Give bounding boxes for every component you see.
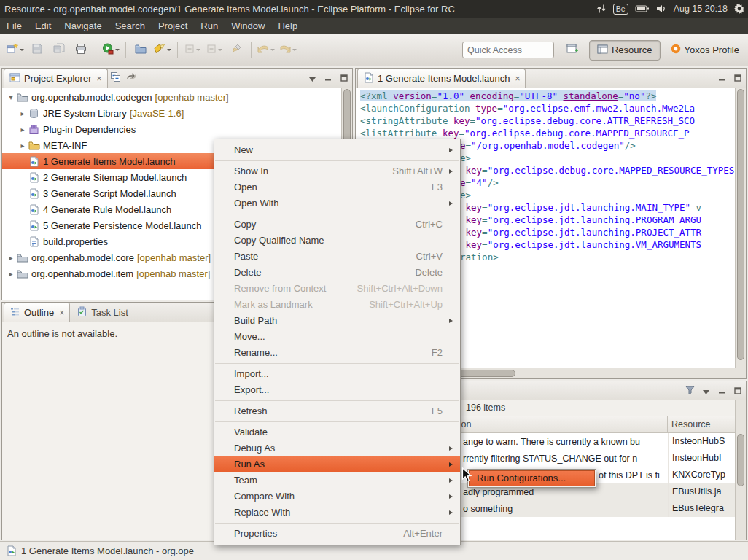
search-button[interactable] xyxy=(152,41,174,60)
menubar-item-edit[interactable]: Edit xyxy=(28,18,58,34)
save-button[interactable] xyxy=(26,41,48,60)
view-menu-button[interactable] xyxy=(305,71,319,85)
menu-item-refresh[interactable]: RefreshF5 xyxy=(214,403,460,419)
menu-item-debug-as[interactable]: Debug As xyxy=(214,440,460,456)
view-menu-icon xyxy=(703,386,709,397)
next-annotation-button[interactable] xyxy=(182,41,203,60)
quick-access-input[interactable] xyxy=(462,42,554,58)
link-with-editor-button[interactable] xyxy=(125,71,139,85)
battery-icon[interactable] xyxy=(635,4,650,13)
collapse-all-button[interactable] xyxy=(109,71,123,85)
save-all-button[interactable] xyxy=(48,41,70,60)
keyboard-layout-indicator[interactable]: Be xyxy=(613,4,628,15)
tree-item-decoration: [JavaSE-1.6] xyxy=(127,108,184,119)
markers-vertical-scrollbar[interactable] xyxy=(735,400,746,540)
minimize-button[interactable] xyxy=(714,384,729,398)
editor-vertical-scrollbar[interactable] xyxy=(735,88,746,378)
close-tab-icon[interactable]: × xyxy=(515,74,520,84)
launch-icon xyxy=(28,188,41,199)
previous-annotation-button[interactable] xyxy=(203,41,225,60)
external-tools-run-button[interactable] xyxy=(100,41,122,60)
menu-separator xyxy=(215,523,459,524)
scrollbar-thumb[interactable] xyxy=(737,434,744,486)
menubar-item-window[interactable]: Window xyxy=(225,18,271,34)
menu-item-validate[interactable]: Validate xyxy=(214,424,460,440)
new-wizard-button[interactable] xyxy=(4,41,26,60)
tree-item-label: build.properties xyxy=(41,236,108,247)
session-gear-icon[interactable] xyxy=(734,4,744,14)
toolbar-separator xyxy=(96,42,96,58)
expand-arrow-icon[interactable]: ▸ xyxy=(2,141,28,149)
menu-item-replace-with[interactable]: Replace With xyxy=(214,505,460,521)
menu-separator xyxy=(215,421,459,422)
tab-project-explorer[interactable]: Project Explorer × xyxy=(4,69,108,88)
project-explorer-icon xyxy=(9,72,20,85)
column-header-resource[interactable]: Resource xyxy=(668,416,746,432)
maximize-button[interactable] xyxy=(731,71,745,85)
network-arrows-icon[interactable] xyxy=(596,4,607,14)
forward-button[interactable] xyxy=(277,41,299,60)
menu-item-copy-qualified-name[interactable]: Copy Qualified Name xyxy=(214,233,460,249)
filter-button[interactable] xyxy=(682,384,697,398)
menu-item-export[interactable]: Export... xyxy=(214,382,460,398)
menu-item-properties[interactable]: PropertiesAlt+Enter xyxy=(214,526,460,542)
view-menu-button[interactable] xyxy=(698,384,713,398)
minimize-button[interactable] xyxy=(714,71,729,85)
menu-item-new[interactable]: New xyxy=(214,142,460,158)
maximize-button[interactable] xyxy=(731,384,745,398)
menu-item-paste[interactable]: PasteCtrl+V xyxy=(214,249,460,265)
menubar-item-run[interactable]: Run xyxy=(194,18,225,34)
last-edit-location-button[interactable] xyxy=(225,41,247,60)
menu-item-run-configurations[interactable]: Run Configurations... xyxy=(469,470,595,486)
menubar-item-help[interactable]: Help xyxy=(271,18,304,34)
tab-editor-launch-file[interactable]: 1 Generate Items Model.launch × xyxy=(357,69,526,88)
tree-item[interactable]: ▸JRE System Library [JavaSE-1.6] xyxy=(2,105,342,121)
expand-arrow-icon[interactable]: ▸ xyxy=(2,109,28,117)
menu-item-open[interactable]: OpenF3 xyxy=(214,179,460,195)
menu-item-build-path[interactable]: Build Path xyxy=(214,313,460,329)
clock[interactable]: Aug 15 20:18 xyxy=(674,4,728,14)
menu-item-move[interactable]: Move... xyxy=(214,329,460,345)
expand-arrow-icon[interactable]: ▸ xyxy=(2,254,17,262)
tree-item[interactable]: ▾org.openhab.model.codegen [openhab mast… xyxy=(2,89,342,105)
menubar-item-project[interactable]: Project xyxy=(152,18,194,34)
menu-item-run-as[interactable]: Run As xyxy=(214,456,460,472)
expand-arrow-icon[interactable]: ▸ xyxy=(2,125,28,133)
expand-arrow-icon[interactable]: ▾ xyxy=(2,93,17,101)
next-annotation-icon xyxy=(184,44,195,56)
menu-shortcut: F3 xyxy=(432,179,443,195)
menu-item-compare-with[interactable]: Compare With xyxy=(214,489,460,505)
menubar-item-file[interactable]: File xyxy=(0,18,28,34)
volume-icon[interactable] xyxy=(656,4,667,13)
menu-item-open-with[interactable]: Open With xyxy=(214,195,460,211)
menu-item-delete[interactable]: DeleteDelete xyxy=(214,265,460,281)
tab-task-list[interactable]: Task List xyxy=(71,303,133,322)
expand-arrow-icon[interactable]: ▸ xyxy=(2,270,17,278)
menubar-item-search[interactable]: Search xyxy=(109,18,152,34)
menubar-item-navigate[interactable]: Navigate xyxy=(58,18,108,34)
menu-item-copy[interactable]: CopyCtrl+C xyxy=(214,217,460,233)
close-tab-icon[interactable]: × xyxy=(59,308,64,318)
tab-outline[interactable]: Outline × xyxy=(4,303,70,322)
menu-item-import[interactable]: Import... xyxy=(214,366,460,382)
maximize-button[interactable] xyxy=(337,71,351,85)
tree-item-decoration: [openhab master] xyxy=(152,92,229,103)
menu-item-show-in[interactable]: Show InShift+Alt+W xyxy=(214,163,460,179)
perspective-resource-button[interactable]: Resource xyxy=(589,40,661,61)
yoxos-profile-button[interactable]: Yoxos Profile xyxy=(666,44,744,56)
tree-item[interactable]: ▸Plug-in Dependencies xyxy=(2,121,342,137)
minimize-button[interactable] xyxy=(321,71,335,85)
menu-shortcut: Shift+Alt+W xyxy=(392,163,443,179)
menu-separator xyxy=(215,400,459,401)
open-task-button[interactable] xyxy=(130,41,152,60)
back-button[interactable] xyxy=(255,41,277,60)
print-button[interactable] xyxy=(70,41,92,60)
dropdown-caret-icon xyxy=(196,49,200,51)
menu-item-rename[interactable]: Rename...F2 xyxy=(214,345,460,361)
close-tab-icon[interactable]: × xyxy=(96,74,101,84)
scrollbar-thumb[interactable] xyxy=(737,89,744,360)
menu-item-team[interactable]: Team xyxy=(214,472,460,489)
context-menu: NewShow InShift+Alt+WOpenF3Open WithCopy… xyxy=(214,139,461,545)
back-arrow-icon xyxy=(257,43,269,57)
open-perspective-button[interactable] xyxy=(561,41,583,60)
